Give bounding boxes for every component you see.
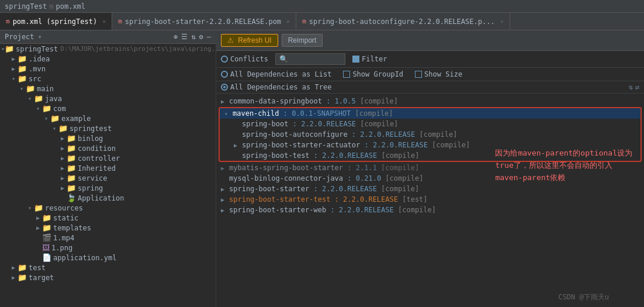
expand-arrow-resources: ▾ [26, 205, 34, 211]
tree-item-application-yml[interactable]: 📄 application.yml [0, 253, 216, 263]
dep-item-spring-boot-starter-web[interactable]: ▶ spring-boot-starter-web : 2.2.0.RELEAS… [216, 205, 644, 215]
tree-label-test: test [29, 264, 46, 272]
tree-item-application[interactable]: 🍃 Application [0, 193, 216, 203]
tree-label-example: example [61, 115, 91, 123]
tree-label-yml: application.yml [53, 254, 116, 262]
tab-close-pom[interactable]: ✕ [102, 18, 106, 25]
dep-item-spring-boot-test[interactable]: spring-boot-test : 2.2.0.RELEASE [compil… [220, 150, 640, 161]
expand-arrow-controller: ▶ [58, 155, 67, 161]
show-groupid-checkbox[interactable]: Show GroupId [343, 70, 403, 78]
tree-item-1mp4[interactable]: 🎬 1.mp4 [0, 233, 216, 243]
sidebar-gear-icon[interactable]: ⚙ [199, 33, 203, 41]
dep-arrow-spring-boot-starter-web: ▶ [221, 207, 227, 213]
tab-pom-xml[interactable]: m pom.xml (springTest) ✕ [0, 13, 112, 30]
dep-text-spring-boot-starter-web: spring-boot-starter-web : 2.2.0.RELEASE … [229, 206, 436, 214]
tree-item-com[interactable]: ▾ 📁 com [0, 104, 216, 113]
dep-item-spring-boot-autoconfigure[interactable]: spring-boot-autoconfigure : 2.2.0.RELEAS… [220, 129, 640, 140]
all-deps-list-label: All Dependencies as List [230, 70, 331, 78]
dep-item-maven-child[interactable]: ▾ maven-child : 0.0.1-SNAPSHOT [compile] [220, 108, 640, 119]
tree-item-idea[interactable]: ▶ 📁 .idea [0, 54, 216, 64]
tab-label-pom: pom.xml (springTest) [13, 18, 98, 26]
reimport-label: Reimport [288, 36, 317, 44]
conflicts-radio[interactable]: Conflicts [221, 55, 268, 63]
tree-item-inherited[interactable]: ▶ 📁 Inherited [0, 163, 216, 173]
tree-label-condition: condition [78, 144, 116, 153]
dep-item-common-data[interactable]: ▶ common-data-springboot : 1.0.5 [compil… [216, 96, 644, 106]
sidebar-sort-icon[interactable]: ⇅ [191, 33, 195, 41]
tab-close-starter[interactable]: ✕ [286, 18, 290, 25]
dep-arrow-actuator: ▶ [234, 142, 240, 149]
refresh-ui-button[interactable]: ⚠ Refresh UI [221, 34, 278, 47]
dep-arrow-spring-boot-starter-test: ▶ [221, 196, 227, 203]
expand-arrow-binlog: ▶ [58, 135, 67, 142]
dep-item-starter-actuator[interactable]: ▶ spring-boot-starter-actuator : 2.2.0.R… [220, 140, 640, 150]
refresh-label: Refresh UI [238, 36, 271, 44]
sort-icons: ⇅ ⇄ [629, 83, 639, 91]
expand-arrow-idea: ▶ [9, 56, 18, 62]
tree-item-springtest-root[interactable]: ▾ 📁 springTest D:\MAJOR\jetbrains\projec… [0, 44, 216, 54]
tree-item-service[interactable]: ▶ 📁 service [0, 173, 216, 183]
dep-arrow-maven-child: ▾ [224, 111, 230, 117]
mp4-icon-1mp4: 🎬 [42, 233, 51, 242]
expand-arrow-templates: ▶ [34, 225, 42, 231]
sidebar-layout-icon[interactable]: ☰ [181, 33, 188, 41]
dep-text-mysql-binlog: mysql-binlog-connector-java : 0.21.0 [co… [229, 174, 423, 182]
folder-icon-com: 📁 [42, 104, 51, 113]
tree-item-example[interactable]: ▾ 📁 example [0, 113, 216, 123]
tree-item-resources[interactable]: ▾ 📁 resources [0, 203, 216, 213]
tree-item-springtest-pkg[interactable]: ▾ 📁 springtest [0, 123, 216, 133]
dep-item-spring-boot-starter[interactable]: ▶ spring-boot-starter : 2.2.0.RELEASE [c… [216, 184, 644, 194]
tree-item-binlog[interactable]: ▶ 📁 binlog [0, 133, 216, 143]
dep-item-mysql-binlog[interactable]: mysql-binlog-connector-java : 0.21.0 [co… [216, 173, 644, 184]
dep-text-spring-boot-test: spring-boot-test : 2.2.0.RELEASE [compil… [242, 151, 419, 160]
expand-arrow-java: ▾ [26, 95, 34, 102]
tab-spring-boot-starter[interactable]: m spring-boot-starter-2.2.0.RELEASE.pom … [112, 13, 296, 30]
tree-label-templates: templates [53, 224, 91, 232]
tree-item-java[interactable]: ▾ 📁 java [0, 94, 216, 104]
tree-item-1png[interactable]: 🖼 1.png [0, 243, 216, 253]
tree-item-controller[interactable]: ▶ 📁 controller [0, 153, 216, 163]
filter-checkbox[interactable]: Filter [352, 55, 387, 63]
folder-icon-mvn: 📁 [18, 64, 27, 73]
warning-icon: ⚠ [227, 36, 234, 44]
dep-item-mybatis[interactable]: ▶ mybatis-spring-boot-starter : 2.1.1 [c… [216, 163, 644, 173]
reimport-button[interactable]: Reimport [282, 34, 323, 47]
sort-icon-2[interactable]: ⇄ [635, 83, 639, 91]
dep-item-spring-boot-starter-test[interactable]: ▶ spring-boot-starter-test : 2.2.0.RELEA… [216, 194, 644, 205]
folder-icon-target: 📁 [18, 273, 27, 282]
dep-item-spring-boot[interactable]: spring-boot : 2.2.0.RELEASE [compile] [220, 119, 640, 129]
dep-text-actuator: spring-boot-starter-actuator : 2.2.0.REL… [242, 141, 470, 149]
tree-item-static[interactable]: ▶ 📁 static [0, 213, 216, 223]
show-groupid-box [343, 71, 350, 78]
tree-item-src[interactable]: ▾ 📁 src [0, 74, 216, 84]
tree-label-src: src [29, 75, 41, 83]
tree-item-spring-pkg[interactable]: ▶ 📁 spring [0, 183, 216, 193]
show-size-checkbox[interactable]: Show Size [415, 70, 462, 78]
dep-text-maven-child: maven-child : 0.0.1-SNAPSHOT [compile] [233, 109, 393, 118]
tree-item-test[interactable]: ▶ 📁 test [0, 263, 216, 272]
tree-item-templates[interactable]: ▶ 📁 templates [0, 223, 216, 233]
tree-label-resources: resources [45, 204, 83, 212]
tree-item-condition[interactable]: ▶ 📁 condition [0, 143, 216, 153]
all-deps-list-radio[interactable]: All Dependencies as List [221, 70, 331, 78]
dependency-search-input[interactable] [275, 53, 345, 65]
file-name: pom.xml [56, 2, 85, 11]
tree-item-mvn[interactable]: ▶ 📁 .mvn [0, 64, 216, 74]
action-bar: ⚠ Refresh UI Reimport [216, 30, 644, 51]
tree-item-target[interactable]: ▶ 📁 target [0, 272, 216, 282]
folder-icon-inherited: 📁 [67, 164, 76, 173]
all-deps-tree-radio[interactable]: All Dependencies as Tree [221, 83, 331, 91]
sidebar-add-icon[interactable]: ⊕ [174, 33, 178, 41]
tab-close-autoconfigure[interactable]: ✕ [500, 18, 504, 25]
tab-icon-autoconfigure: m [302, 18, 306, 25]
folder-icon-templates: 📁 [42, 223, 51, 232]
expand-arrow-spring-pkg: ▶ [58, 185, 67, 191]
sidebar-minimize-icon[interactable]: — [207, 33, 211, 41]
expand-arrow-condition: ▶ [58, 145, 67, 151]
tree-item-main[interactable]: ▾ 📁 main [0, 84, 216, 94]
dependency-list: ▶ common-data-springboot : 1.0.5 [compil… [216, 94, 644, 307]
folder-icon-controller: 📁 [67, 154, 76, 163]
tab-spring-boot-autoconfigure[interactable]: m spring-boot-autoconfigure-2.2.0.RELEAS… [296, 13, 510, 30]
options-bar-2: All Dependencies as List Show GroupId Sh… [216, 68, 644, 81]
sort-icon-1[interactable]: ⇅ [629, 83, 633, 91]
